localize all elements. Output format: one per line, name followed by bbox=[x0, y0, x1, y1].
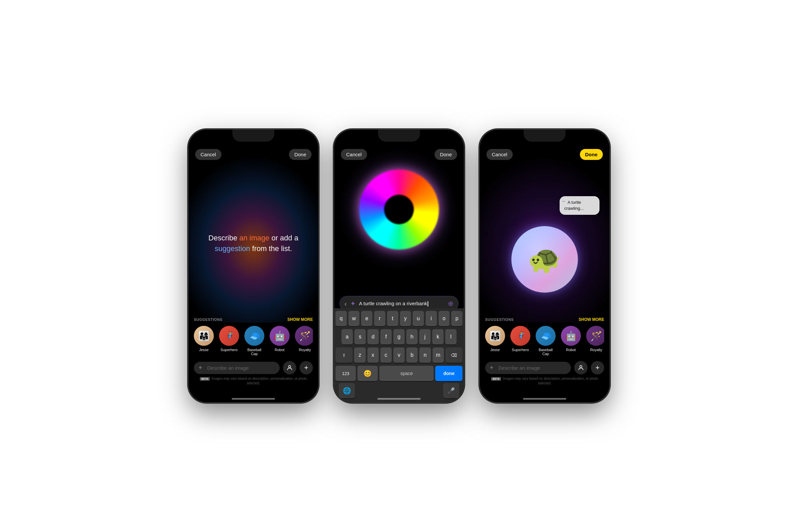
key-z[interactable]: z bbox=[354, 347, 365, 363]
key-a[interactable]: a bbox=[341, 329, 353, 344]
keyboard-area: q w e r t y u i o p a s d f g bbox=[334, 308, 464, 402]
key-q[interactable]: q bbox=[336, 311, 347, 326]
rainbow-donut-container bbox=[359, 170, 439, 249]
top-nav-2: Cancel Done bbox=[334, 149, 464, 160]
input-wrapper-1: ✦ Describe an image bbox=[194, 362, 280, 374]
text-cursor bbox=[428, 301, 428, 307]
rainbow-donut bbox=[359, 170, 439, 249]
key-p[interactable]: p bbox=[451, 311, 462, 326]
key-123[interactable]: 123 bbox=[336, 366, 356, 381]
key-emoji[interactable]: 😊 bbox=[358, 366, 378, 381]
key-h[interactable]: h bbox=[406, 329, 418, 344]
key-m[interactable]: m bbox=[433, 347, 444, 363]
suggestion-jesse-3[interactable]: 👨‍👩‍👧 Jesse bbox=[485, 326, 505, 356]
show-more-button-1[interactable]: SHOW MORE bbox=[287, 317, 313, 322]
key-j[interactable]: j bbox=[419, 329, 431, 344]
key-mic[interactable]: 🎤 bbox=[443, 383, 459, 398]
describe-input-3[interactable]: Describe an image bbox=[485, 362, 571, 374]
home-indicator-2 bbox=[377, 398, 421, 400]
turtle-speech-bubble: A turtle crawling... bbox=[559, 196, 600, 215]
back-arrow-icon[interactable]: ‹ bbox=[344, 300, 347, 307]
input-row-3: ✦ Describe an image + bbox=[485, 361, 604, 374]
suggestion-name-superhero-1: Superhero bbox=[221, 348, 238, 352]
cancel-button-1[interactable]: Cancel bbox=[195, 149, 222, 160]
key-o[interactable]: o bbox=[439, 311, 450, 326]
key-i[interactable]: i bbox=[425, 311, 437, 326]
suggestion-royalty-1[interactable]: 🪄 Royalty bbox=[295, 326, 313, 356]
bottom-input-area-3: ✦ Describe an image + BE bbox=[485, 361, 604, 386]
done-button-2[interactable]: Done bbox=[435, 149, 457, 160]
key-k[interactable]: k bbox=[432, 329, 443, 344]
svg-point-0 bbox=[289, 365, 291, 368]
suggestion-robot-3[interactable]: 🤖 Robot bbox=[561, 326, 581, 356]
key-t[interactable]: t bbox=[387, 311, 398, 326]
key-d[interactable]: d bbox=[367, 329, 379, 344]
phone-1: Cancel Done Describe an image or add a s… bbox=[189, 130, 318, 402]
key-s[interactable]: s bbox=[355, 329, 366, 344]
suggestion-royalty-3[interactable]: 🪄 Royalty bbox=[586, 326, 604, 356]
beta-badge-1: BETA bbox=[200, 377, 209, 381]
avatar-jesse-3: 👨‍👩‍👧 bbox=[485, 326, 505, 346]
text-describe: Describe bbox=[208, 234, 240, 242]
key-e[interactable]: e bbox=[361, 311, 373, 326]
avatar-royalty-3: 🪄 bbox=[586, 326, 604, 346]
key-done[interactable]: done bbox=[435, 366, 462, 381]
home-indicator-3 bbox=[523, 398, 566, 400]
phone-2: Cancel Done ‹ ✦ A turtle crawling on a r… bbox=[334, 130, 464, 402]
suggestion-name-baseball-3: Baseball Cap bbox=[536, 348, 556, 356]
avatar-robot-3: 🤖 bbox=[561, 326, 581, 346]
avatar-robot-1: 🤖 bbox=[270, 326, 290, 346]
plus-button-3[interactable]: + bbox=[591, 361, 604, 374]
key-shift[interactable]: ⇧ bbox=[336, 347, 353, 363]
suggestion-robot-1[interactable]: 🤖 Robot bbox=[270, 326, 290, 356]
keyboard-row-1: q w e r t y u i o p bbox=[336, 311, 462, 326]
key-r[interactable]: r bbox=[374, 311, 385, 326]
upload-icon[interactable]: ⊕ bbox=[448, 300, 454, 307]
key-b[interactable]: b bbox=[406, 347, 418, 363]
suggestion-superhero-1[interactable]: 🦸 Superhero bbox=[219, 326, 239, 356]
describe-input-1[interactable]: Describe an image bbox=[194, 362, 280, 374]
avatar-superhero-1: 🦸 bbox=[219, 326, 239, 346]
keyboard-row-3: ⇧ z x c v b n m ⌫ bbox=[336, 347, 462, 363]
show-more-button-3[interactable]: SHOW MORE bbox=[578, 317, 604, 322]
key-v[interactable]: v bbox=[393, 347, 405, 363]
key-space[interactable]: space bbox=[379, 366, 434, 381]
cancel-button-3[interactable]: Cancel bbox=[487, 149, 513, 160]
suggestion-name-robot-1: Robot bbox=[274, 348, 284, 352]
phones-container: Cancel Done Describe an image or add a s… bbox=[189, 130, 609, 402]
suggestion-baseball-1[interactable]: 🧢 Baseball Cap bbox=[244, 326, 264, 356]
key-x[interactable]: x bbox=[367, 347, 379, 363]
key-l[interactable]: l bbox=[445, 329, 457, 344]
camera-dot-1 bbox=[251, 134, 255, 138]
turtle-image-container: 🐢 bbox=[511, 226, 578, 292]
beta-badge-3: BETA bbox=[491, 377, 501, 381]
key-g[interactable]: g bbox=[393, 329, 405, 344]
beta-note-3: BETA Images may vary based on descriptio… bbox=[485, 376, 604, 386]
image-gen-icon-3: ✦ bbox=[489, 364, 494, 372]
avatar-royalty-1: 🪄 bbox=[295, 326, 313, 346]
suggestion-name-royalty-3: Royalty bbox=[590, 348, 603, 352]
key-y[interactable]: y bbox=[400, 311, 411, 326]
key-c[interactable]: c bbox=[380, 347, 392, 363]
key-f[interactable]: f bbox=[380, 329, 392, 344]
key-backspace[interactable]: ⌫ bbox=[445, 347, 462, 363]
key-w[interactable]: w bbox=[348, 311, 360, 326]
person-button-3[interactable] bbox=[574, 361, 588, 374]
top-nav-1: Cancel Done bbox=[189, 149, 318, 160]
suggestions-section-1: SUGGESTIONS SHOW MORE 👨‍👩‍👧 Jesse 🦸 Supe… bbox=[189, 317, 318, 356]
done-button-3[interactable]: Done bbox=[580, 149, 603, 160]
key-u[interactable]: u bbox=[413, 311, 424, 326]
suggestions-header-1: SUGGESTIONS SHOW MORE bbox=[194, 317, 313, 322]
suggestion-superhero-3[interactable]: 🦸 Superhero bbox=[510, 326, 530, 356]
key-globe[interactable]: 🌐 bbox=[339, 383, 355, 398]
key-n[interactable]: n bbox=[419, 347, 431, 363]
suggestion-jesse-1[interactable]: 👨‍👩‍👧 Jesse bbox=[194, 326, 214, 356]
done-button-1[interactable]: Done bbox=[289, 149, 311, 160]
avatar-superhero-3: 🦸 bbox=[510, 326, 530, 346]
suggestion-name-jesse-1: Jesse bbox=[199, 348, 209, 352]
suggestion-baseball-3[interactable]: 🧢 Baseball Cap bbox=[536, 326, 556, 356]
plus-button-1[interactable]: + bbox=[300, 361, 313, 374]
person-button-1[interactable] bbox=[283, 361, 296, 374]
cancel-button-2[interactable]: Cancel bbox=[341, 149, 367, 160]
search-input-text[interactable]: A turtle crawling on a riverbank bbox=[359, 301, 444, 307]
